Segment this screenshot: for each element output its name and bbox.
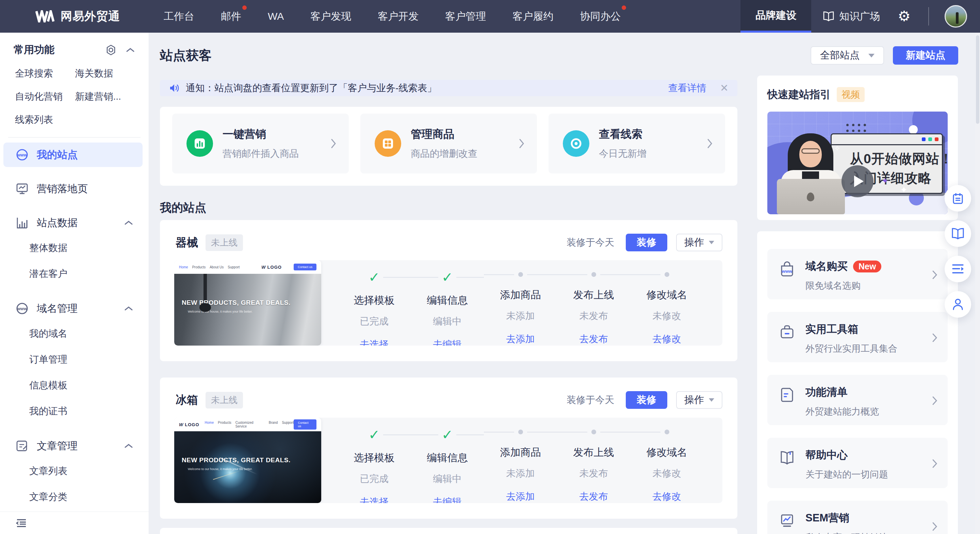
- svg-text:www: www: [782, 269, 792, 274]
- step-action-link[interactable]: 去修改: [653, 490, 681, 503]
- play-icon[interactable]: [842, 165, 873, 197]
- topbar: 网易外贸通 工作台 邮件 WA 客户发现 客户开发 客户管理 客户履约 协同办公…: [0, 0, 980, 33]
- decorated-time: 装修于今天: [566, 394, 614, 407]
- menu-customer-manage[interactable]: 客户管理: [445, 10, 486, 24]
- site-preview-thumbnail[interactable]: WLOGO Home Products Customized Service B…: [174, 418, 321, 503]
- sidebar-item-my-site[interactable]: www 我的站点: [3, 143, 143, 167]
- step-dot: [518, 429, 523, 434]
- close-icon[interactable]: ✕: [720, 83, 729, 93]
- menu-wa[interactable]: WA: [268, 11, 284, 22]
- right-card-help-center[interactable]: 帮助中心 关于建站的一切问题: [767, 438, 948, 488]
- knowledge-square-label: 知识广场: [839, 10, 880, 24]
- step-action-link[interactable]: 去发布: [579, 490, 608, 503]
- preview-nav-link: Home: [205, 421, 214, 428]
- quick-item-global-search[interactable]: 全球搜索: [15, 67, 75, 80]
- sidebar-group-domain-manage[interactable]: www 域名管理: [3, 296, 143, 321]
- video-decor: ✦: [900, 185, 907, 195]
- decorated-time: 装修于今天: [566, 236, 614, 249]
- chevron-right-icon: [932, 270, 937, 280]
- right-card-title: SEM营销: [805, 511, 850, 525]
- scrollbar-thumb[interactable]: [976, 35, 979, 124]
- right-card-subtitle: 私人专家，玩转触达: [805, 531, 888, 534]
- site-progress-steps: ✓ 选择模板 已完成 去选择 ✓ 编辑信息 编辑中 去编辑 添加商品 未添加 去…: [321, 260, 722, 346]
- step-action-link[interactable]: 去添加: [506, 333, 535, 346]
- quick-action-view-leads[interactable]: 查看线索 今日无新增: [549, 114, 725, 173]
- right-card-domain-purchase[interactable]: www 域名购买 New 限免域名选购: [767, 249, 948, 299]
- sidebar-item-info-template[interactable]: 信息模板: [0, 372, 149, 398]
- right-card-feature-list[interactable]: 功能清单 外贸建站能力概览: [767, 375, 948, 425]
- decorate-button[interactable]: 装修: [626, 234, 667, 251]
- chevron-up-icon[interactable]: [126, 47, 135, 53]
- settings-hex-icon[interactable]: [105, 44, 117, 56]
- bag-www-icon: www: [779, 261, 795, 278]
- gear-icon[interactable]: ⚙: [898, 9, 911, 24]
- menu-customer-fulfill[interactable]: 客户履约: [512, 10, 553, 24]
- feature-list-icon: [779, 386, 795, 404]
- quick-action-one-click-marketing[interactable]: 一键营销 营销邮件插入商品: [172, 114, 349, 173]
- app-logo[interactable]: 网易外贸通: [35, 0, 120, 33]
- app-title: 网易外贸通: [60, 8, 120, 24]
- video-decor: ✦: [882, 176, 888, 186]
- step-action-link[interactable]: 去添加: [506, 490, 535, 503]
- menu-workbench[interactable]: 工作台: [164, 10, 194, 24]
- knowledge-square-link[interactable]: 知识广场: [823, 10, 880, 24]
- scrollbar[interactable]: [975, 33, 980, 534]
- collapse-sidebar-icon[interactable]: [16, 518, 27, 528]
- quick-item-new-marketing[interactable]: 新建营销...: [75, 90, 135, 103]
- notepad-icon[interactable]: [945, 185, 971, 211]
- tab-brand-building[interactable]: 品牌建设: [740, 0, 811, 33]
- right-card-sem-marketing[interactable]: SEM营销 私人专家，玩转触达: [767, 501, 948, 534]
- open-book-icon[interactable]: [945, 220, 971, 247]
- step-choose-template: ✓ 选择模板 已完成 去选择: [337, 270, 411, 346]
- quick-item-auto-marketing[interactable]: 自动化营销: [15, 90, 75, 103]
- menu-customer-develop[interactable]: 客户开发: [378, 10, 418, 24]
- guide-video-thumbnail[interactable]: 从0开始做网站！ 入门详细攻略 ✧ ✦ ✦: [767, 111, 948, 214]
- quick-functions-header: 常用功能: [14, 43, 135, 57]
- sidebar-item-potential-customers[interactable]: 潜在客户: [0, 261, 149, 287]
- step-action-link[interactable]: 去编辑: [433, 496, 462, 503]
- step-action-link[interactable]: 去修改: [653, 333, 681, 346]
- step-modify-domain: 修改域名 未修改 去修改: [630, 428, 703, 503]
- preview-hero-subtitle: Welcome to our house, it makes your life…: [188, 310, 253, 313]
- step-edit-info: ✓ 编辑信息 编辑中 去编辑: [411, 428, 484, 503]
- person-icon[interactable]: [945, 291, 971, 318]
- step-publish: 发布上线 未发布 去发布: [557, 428, 630, 503]
- caret-down-icon: [869, 54, 875, 57]
- right-card-toolbox[interactable]: 实用工具箱 外贸行业实用工具集合: [767, 312, 948, 362]
- page-header: 站点获客 全部站点 新建站点: [160, 46, 958, 65]
- sidebar-item-my-certificates[interactable]: 我的证书: [0, 398, 149, 424]
- menu-customer-discovery[interactable]: 客户发现: [310, 10, 351, 24]
- avatar[interactable]: [945, 5, 967, 27]
- quick-action-manage-products[interactable]: 管理商品 商品的增删改查: [360, 114, 537, 173]
- create-site-button[interactable]: 新建站点: [893, 46, 958, 65]
- preview-nav-link: Products: [192, 265, 205, 269]
- quick-item-leads-list[interactable]: 线索列表: [15, 113, 75, 126]
- sidebar-item-order-manage[interactable]: 订单管理: [0, 346, 149, 372]
- sidebar-item-article-list[interactable]: 文章列表: [0, 458, 149, 484]
- sidebar-item-overall-data[interactable]: 整体数据: [0, 235, 149, 261]
- sidebar-item-landing-page[interactable]: 营销落地页: [3, 176, 143, 201]
- quick-item-customs-data[interactable]: 海关数据: [75, 67, 135, 80]
- site-filter-select[interactable]: 全部站点: [811, 46, 884, 65]
- step-action-link[interactable]: 去选择: [360, 338, 388, 346]
- sidebar-item-article-category[interactable]: 文章分类: [0, 484, 149, 510]
- sidebar-group-label: 站点数据: [37, 216, 78, 230]
- step-action-link[interactable]: 去选择: [360, 496, 388, 503]
- decorate-button[interactable]: 装修: [626, 391, 667, 409]
- menu-mail[interactable]: 邮件: [221, 10, 241, 24]
- changelog-icon[interactable]: [945, 256, 971, 282]
- site-preview-thumbnail[interactable]: Home Products About Us Support WLOGO Con…: [174, 260, 321, 346]
- notice-detail-link[interactable]: 查看详情: [668, 82, 706, 95]
- sidebar-group-article-manage[interactable]: 文章管理: [3, 434, 143, 458]
- top-menu: 工作台 邮件 WA 客户发现 客户开发 客户管理 客户履约 协同办公: [164, 0, 620, 33]
- chevron-right-icon: [331, 138, 337, 149]
- step-action-link[interactable]: 去发布: [579, 333, 608, 346]
- step-choose-template: ✓ 选择模板 已完成 去选择: [337, 428, 411, 503]
- sem-monitor-icon: [779, 512, 795, 529]
- step-action-link[interactable]: 去编辑: [433, 338, 462, 346]
- sidebar-item-my-domains[interactable]: 我的域名: [0, 321, 149, 346]
- sidebar-group-site-data[interactable]: 站点数据: [3, 211, 143, 235]
- action-dropdown-button[interactable]: 操作: [676, 234, 722, 251]
- action-dropdown-button[interactable]: 操作: [676, 391, 722, 409]
- menu-collab-office[interactable]: 协同办公: [580, 10, 620, 24]
